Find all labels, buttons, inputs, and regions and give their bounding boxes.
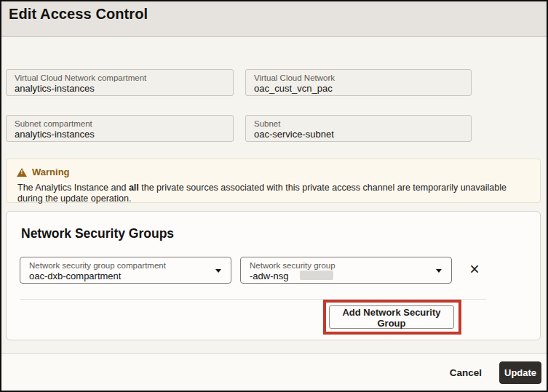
vcn-label: Virtual Cloud Network: [254, 73, 463, 83]
subnet-field: Subnet oac-service-subnet: [245, 115, 472, 142]
chevron-down-icon[interactable]: [436, 269, 442, 273]
subnet-label: Subnet: [254, 119, 463, 129]
edit-access-control-dialog: Edit Access Control Virtual Cloud Networ…: [0, 0, 548, 392]
nsg-select-value: -adw-nsg: [250, 271, 429, 282]
dialog-footer: Cancel Update: [1, 353, 547, 391]
nsg-select-value-text: -adw-nsg: [250, 271, 288, 281]
vcn-compartment-value: analytics-instances: [15, 83, 225, 95]
warning-message-bold: all: [129, 183, 139, 193]
subnet-value: oac-service-subnet: [254, 129, 463, 140]
nsg-section-heading: Network Security Groups: [21, 226, 174, 241]
remove-nsg-row-button[interactable]: ×: [464, 257, 485, 281]
nsg-compartment-select-label: Network security group compartment: [29, 260, 209, 271]
warning-banner: Warning The Analytics Instance and all t…: [6, 159, 541, 203]
dialog-header: Edit Access Control: [1, 1, 547, 37]
nsg-compartment-select[interactable]: Network security group compartment oac-d…: [20, 257, 231, 284]
vcn-compartment-field: Virtual Cloud Network compartment analyt…: [6, 69, 234, 96]
warning-triangle-icon: [17, 168, 27, 177]
add-network-security-group-button[interactable]: Add Network Security Group: [329, 305, 454, 329]
vcn-field: Virtual Cloud Network oac_cust_vcn_pac: [245, 69, 472, 96]
warning-message: The Analytics Instance and all the priva…: [17, 183, 530, 204]
vcn-compartment-label: Virtual Cloud Network compartment: [15, 73, 225, 83]
subnet-compartment-label: Subnet compartment: [15, 119, 225, 129]
vcn-value: oac_cust_vcn_pac: [254, 83, 463, 95]
nsg-select-label: Network security group: [250, 260, 429, 271]
subnet-compartment-value: analytics-instances: [15, 129, 225, 140]
update-button[interactable]: Update: [499, 361, 541, 384]
network-security-groups-card: Network Security Groups Network security…: [6, 211, 541, 340]
dialog-title: Edit Access Control: [9, 6, 148, 23]
redaction-overlay: [300, 271, 333, 280]
warning-header: Warning: [17, 167, 530, 177]
subnet-compartment-field: Subnet compartment analytics-instances: [6, 115, 234, 142]
nsg-compartment-select-value: oac-dxb-compartment: [29, 271, 209, 282]
close-icon: ×: [469, 260, 479, 279]
warning-message-prefix: The Analytics Instance and: [17, 183, 129, 193]
cancel-button[interactable]: Cancel: [448, 364, 483, 381]
nsg-select[interactable]: Network security group -adw-nsg: [240, 257, 452, 284]
warning-title: Warning: [32, 167, 70, 177]
chevron-down-icon[interactable]: [215, 269, 221, 273]
